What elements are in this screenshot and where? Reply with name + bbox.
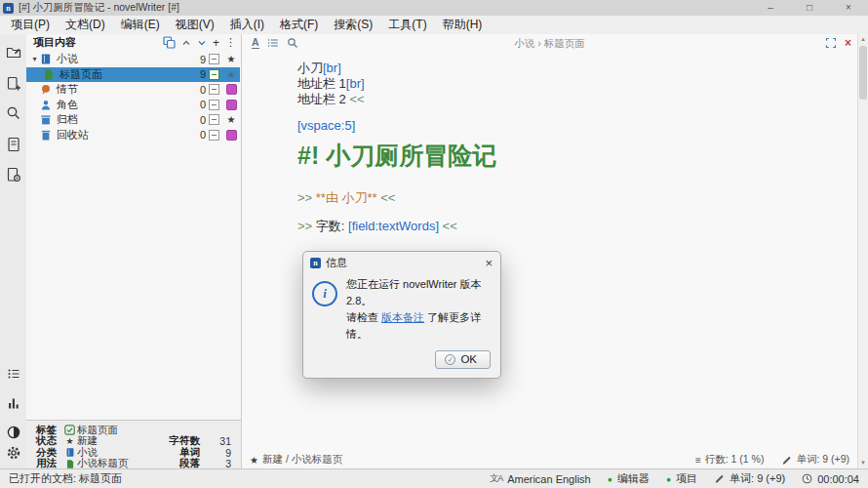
scroll-up-icon[interactable]: ▲ xyxy=(858,36,868,42)
project-tree: ▾ 小说 9 ★ 标题页面 9 ★ 情节 0 xyxy=(26,52,240,142)
tree-item-label: 标题页面 xyxy=(58,67,190,82)
close-document-icon[interactable]: × xyxy=(845,36,851,50)
line-count: ≡ 行数: 1 (1 %) xyxy=(695,453,765,467)
breadcrumb-doc[interactable]: 标题页面 xyxy=(544,37,585,49)
search-icon[interactable] xyxy=(6,105,21,121)
editor-theme-indicator: ● 编辑器 xyxy=(608,471,650,486)
editor-header: 小说 › 标题页面 A × xyxy=(242,34,857,52)
active-checkbox[interactable] xyxy=(206,84,222,95)
scrollbar-thumb[interactable] xyxy=(859,46,867,100)
tree-row-characters[interactable]: 角色 0 xyxy=(26,98,240,113)
panels-icon[interactable] xyxy=(163,36,176,49)
release-notes-link[interactable]: 版本备注 xyxy=(381,311,424,323)
menu-project[interactable]: 项目(P) xyxy=(3,16,58,34)
focus-mode-icon[interactable] xyxy=(825,37,837,49)
dialog-close-icon[interactable]: × xyxy=(485,257,493,269)
outline-view-icon[interactable] xyxy=(6,137,21,152)
tag-check-icon xyxy=(62,425,77,435)
doc-title-heading[interactable]: #! 小刀厕所冒险记 xyxy=(297,140,496,172)
tree-row-novel[interactable]: ▾ 小说 9 ★ xyxy=(26,52,240,67)
toc-list-icon[interactable] xyxy=(267,37,279,49)
project-indicator: ● 项目 xyxy=(666,471,697,486)
title-page-icon xyxy=(43,68,58,81)
word-count: 0 xyxy=(190,129,206,141)
breadcrumb: 小说 › 标题页面 xyxy=(242,34,857,52)
tree-row-archive[interactable]: 归档 0 ★ xyxy=(26,112,240,128)
project-panel-header: 项目内容 + ⋮ xyxy=(26,34,241,51)
expander-icon[interactable]: ▾ xyxy=(29,55,40,63)
active-checkbox[interactable] xyxy=(206,114,222,125)
tree-row-plot[interactable]: 情节 0 xyxy=(26,82,240,98)
menu-document[interactable]: 文档(D) xyxy=(58,16,113,34)
active-checkbox[interactable] xyxy=(206,100,222,110)
menu-insert[interactable]: 插入(I) xyxy=(222,16,272,34)
tree-row-title-page[interactable]: 标题页面 9 ★ xyxy=(26,67,240,83)
tree-row-trash[interactable]: 回收站 0 xyxy=(26,128,240,143)
language-icon: 文A xyxy=(490,472,502,485)
app-logo-icon: n xyxy=(3,3,14,14)
word-count: 9 xyxy=(190,54,206,65)
importance-flag-icon xyxy=(222,130,240,141)
project-tree-icon[interactable] xyxy=(6,44,21,60)
active-checkbox[interactable] xyxy=(206,54,222,64)
status-star-icon: ★ xyxy=(222,69,240,80)
green-dot-icon: ● xyxy=(666,474,671,484)
project-panel-title: 项目内容 xyxy=(33,35,76,50)
session-timer[interactable]: 00:00:04 xyxy=(802,473,859,485)
menu-tools[interactable]: 工具(T) xyxy=(380,16,434,34)
status-star-icon: ★ xyxy=(62,436,77,446)
status-star-icon: ★ xyxy=(222,54,240,64)
novelwriter-window: n [#] 小刀厕所冒险记 - novelWriter [#] – □ × 项目… xyxy=(0,0,868,488)
scroll-down-icon[interactable]: ▼ xyxy=(858,460,868,466)
clock-icon xyxy=(802,473,812,484)
breadcrumb-root[interactable]: 小说 xyxy=(514,37,534,49)
dialog-body: i 您正在运行 novelWriter 版本 2.8。 请检查 版本备注 了解更… xyxy=(303,273,500,345)
session-words: 单词: 9 (+9) xyxy=(714,471,785,486)
theme-toggle-icon[interactable] xyxy=(6,425,21,440)
lines-icon: ≡ xyxy=(695,455,701,466)
novel-view-icon[interactable] xyxy=(6,76,21,92)
move-down-icon[interactable] xyxy=(197,38,207,48)
dialog-titlebar[interactable]: n 信息 × xyxy=(303,252,500,273)
build-manuscript-icon[interactable] xyxy=(6,167,21,183)
stats-icon[interactable] xyxy=(6,395,21,411)
panel-menu-icon[interactable]: ⋮ xyxy=(225,36,236,49)
doc-search-icon[interactable] xyxy=(287,37,298,49)
add-item-icon[interactable]: + xyxy=(213,36,219,50)
tree-item-label: 角色 xyxy=(55,98,190,112)
titlebar: n [#] 小刀厕所冒险记 - novelWriter [#] – □ × xyxy=(0,0,868,16)
language-indicator[interactable]: 文A American English xyxy=(490,472,591,485)
doc-line-wordcount[interactable]: >> 字数: [field:textWords] << xyxy=(297,218,457,235)
dialog-title: 信息 xyxy=(326,256,347,270)
font-settings-icon[interactable]: A xyxy=(252,37,259,49)
menu-search[interactable]: 搜索(S) xyxy=(326,16,380,34)
maximize-button[interactable]: □ xyxy=(790,0,829,16)
details-toggle-icon[interactable] xyxy=(6,366,21,382)
characters-root-icon xyxy=(40,99,55,111)
active-checkbox[interactable] xyxy=(206,69,222,80)
minimize-button[interactable]: – xyxy=(751,0,790,16)
stat-value: 31 xyxy=(200,435,241,447)
menu-help[interactable]: 帮助(H) xyxy=(435,16,491,34)
move-up-icon[interactable] xyxy=(181,38,191,48)
doc-line-vspace[interactable]: [vspace:5] xyxy=(297,118,355,133)
doc-line[interactable]: 地址栏 2 << xyxy=(297,91,365,108)
plot-root-icon xyxy=(40,83,55,96)
doc-line-byline[interactable]: >> **由 小刀** << xyxy=(297,189,395,207)
editor-scrollbar[interactable]: ▲ ▼ xyxy=(857,34,868,468)
editor-header-actions: × xyxy=(825,34,851,52)
doc-status-star-icon: ★ xyxy=(250,455,258,466)
close-button[interactable]: × xyxy=(829,0,868,16)
tree-item-label: 归档 xyxy=(55,112,190,127)
active-checkbox[interactable] xyxy=(206,130,222,141)
tree-item-label: 小说 xyxy=(55,52,190,66)
activity-bar xyxy=(0,34,26,468)
menu-edit[interactable]: 编辑(E) xyxy=(113,16,168,34)
settings-gear-icon[interactable] xyxy=(6,445,21,461)
green-dot-icon: ● xyxy=(608,474,612,484)
word-count-footer: 单词: 9 (+9) xyxy=(781,453,849,467)
menu-format[interactable]: 格式(F) xyxy=(272,16,326,34)
menu-view[interactable]: 视图(V) xyxy=(168,16,222,34)
doc-status-text: 新建 / 小说标题页 xyxy=(262,453,342,467)
ok-button[interactable]: ✓ OK xyxy=(435,350,491,369)
